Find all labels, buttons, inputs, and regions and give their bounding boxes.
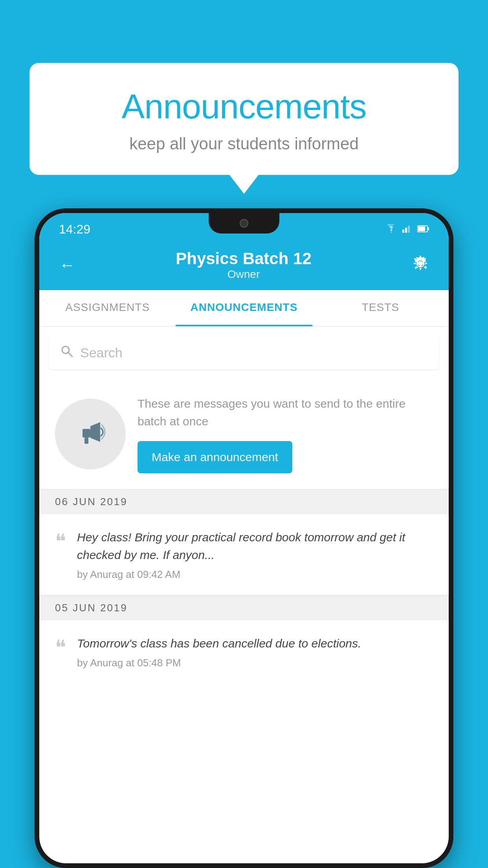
phone-notch	[209, 213, 279, 234]
quote-icon-1: ❝	[55, 531, 66, 552]
announcement-meta-1: by Anurag at 09:42 AM	[77, 568, 433, 581]
search-placeholder: Search	[80, 345, 123, 360]
phone-outer: 14:29	[35, 208, 453, 868]
svg-line-10	[68, 353, 72, 357]
svg-rect-5	[418, 226, 425, 231]
tab-tests[interactable]: TESTS	[312, 290, 449, 326]
svg-rect-12	[83, 429, 90, 438]
card-title: Announcements	[57, 86, 431, 127]
search-bar[interactable]: Search	[49, 336, 439, 370]
battery-icon	[417, 223, 429, 235]
card-subtitle: keep all your students informed	[57, 134, 431, 153]
announcement-meta-2: by Anurag at 05:48 PM	[77, 657, 433, 669]
announcement-text-1: Hey class! Bring your practical record b…	[77, 528, 433, 564]
svg-rect-0	[402, 230, 404, 233]
svg-rect-2	[408, 226, 410, 233]
quote-icon-2: ❝	[55, 638, 66, 658]
tab-assignments[interactable]: ASSIGNMENTS	[39, 290, 176, 326]
svg-marker-11	[90, 422, 100, 442]
camera-dot	[240, 219, 248, 228]
svg-rect-13	[84, 438, 88, 444]
phone-wrapper: 14:29	[35, 208, 453, 868]
prompt-card: These are messages you want to send to t…	[39, 379, 449, 489]
search-icon	[60, 344, 74, 362]
speech-bubble-card: Announcements keep all your students inf…	[29, 63, 459, 175]
status-icons	[386, 223, 429, 235]
announcement-content-2: Tomorrow's class has been cancelled due …	[77, 634, 433, 669]
announcement-text-2: Tomorrow's class has been cancelled due …	[77, 634, 433, 652]
header-center: Physics Batch 12 Owner	[176, 249, 312, 281]
prompt-right: These are messages you want to send to t…	[138, 395, 433, 473]
app-header: ← Physics Batch 12 Owner	[39, 241, 449, 290]
tabs-container: ASSIGNMENTS ANNOUNCEMENTS TESTS	[39, 290, 449, 327]
scrollable-content: Search	[39, 327, 449, 863]
date-separator-1: 06 JUN 2019	[39, 489, 449, 514]
header-subtitle: Owner	[176, 268, 312, 281]
tab-announcements[interactable]: ANNOUNCEMENTS	[176, 290, 312, 326]
phone-inner: 14:29	[39, 213, 449, 863]
svg-point-8	[418, 261, 422, 265]
wifi-icon	[386, 223, 397, 235]
announcement-content-1: Hey class! Bring your practical record b…	[77, 528, 433, 581]
phone-screen: 14:29	[39, 213, 449, 863]
signal-icon	[402, 223, 412, 235]
megaphone-circle	[55, 399, 126, 469]
settings-button[interactable]	[408, 251, 433, 280]
announcement-item-2[interactable]: ❝ Tomorrow's class has been cancelled du…	[39, 620, 449, 683]
header-title: Physics Batch 12	[176, 249, 312, 268]
back-button[interactable]: ←	[55, 252, 79, 278]
announcement-item-1[interactable]: ❝ Hey class! Bring your practical record…	[39, 514, 449, 595]
svg-rect-4	[427, 227, 429, 230]
prompt-description: These are messages you want to send to t…	[138, 395, 433, 430]
date-separator-2: 05 JUN 2019	[39, 595, 449, 620]
status-time: 14:29	[59, 222, 90, 237]
make-announcement-button[interactable]: Make an announcement	[138, 441, 292, 473]
svg-rect-1	[405, 228, 407, 233]
